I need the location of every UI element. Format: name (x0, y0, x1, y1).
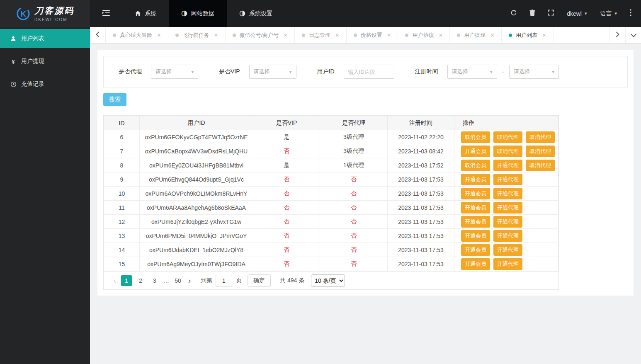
cell-actions: 取消会员取消代理取消代理 (454, 130, 558, 144)
action-button[interactable]: 开通代理 (493, 244, 522, 256)
tab-close-icon[interactable]: × (439, 32, 442, 39)
action-button[interactable]: 开通会员 (461, 174, 490, 185)
sidebar-item-2[interactable]: 充值记录 (0, 75, 90, 94)
sidebar-item-0[interactable]: 用户列表 (0, 29, 90, 48)
cell-actions: 开通会员开通代理 (454, 187, 558, 201)
page-button-1[interactable]: 1 (121, 275, 132, 286)
prev-page-button[interactable]: ‹ (110, 277, 119, 284)
cell-reg-time: 2023-11-03 17:52 (388, 158, 454, 172)
userid-filter-group: 用户ID (317, 65, 394, 79)
action-button[interactable]: 开通代理 (493, 258, 522, 270)
next-page-button[interactable]: › (185, 277, 194, 284)
action-button[interactable]: 开通代理 (493, 230, 522, 242)
action-button[interactable]: 开通代理 (493, 174, 522, 185)
pagination: ‹ 123…50 › 到第 页 确定 共 494 条 10 条/页 (104, 271, 558, 289)
tab-close-icon[interactable]: × (214, 32, 218, 39)
action-button[interactable]: 开通代理 (493, 216, 522, 228)
action-button[interactable]: 取消代理 (493, 146, 522, 157)
action-button[interactable]: 取消代理 (526, 131, 555, 143)
tab-2[interactable]: 微信公号/商户号× (226, 27, 295, 43)
action-button[interactable]: 开通会员 (461, 146, 490, 157)
cell-vip: 否 (253, 229, 320, 243)
agent-filter-select[interactable]: 请选择 ▾ (151, 65, 198, 79)
page-unit-label: 页 (236, 277, 242, 284)
cell-id: 9 (104, 172, 140, 187)
cell-actions: 开通会员开通代理 (454, 172, 558, 187)
regtime-end-select[interactable]: 请选择 ▾ (509, 65, 559, 79)
tab-0[interactable]: 真心话大冒险× (106, 27, 168, 43)
tab-label: 飞行棋任务 (182, 32, 209, 39)
topbar-actions: dkewl ▾ 语言 ▾ (504, 0, 641, 27)
action-button[interactable]: 开通代理 (493, 202, 522, 214)
topnav-item-0[interactable]: 系统 (122, 0, 169, 27)
tab-6[interactable]: 用户提现× (450, 27, 502, 43)
page-button-50[interactable]: 50 (172, 275, 183, 286)
action-button[interactable]: 开通会员 (461, 230, 490, 242)
more-options-button[interactable] (624, 0, 638, 27)
goto-confirm-button[interactable]: 确定 (248, 274, 271, 287)
userid-filter-input[interactable] (344, 65, 394, 79)
regtime-filter-group: 注册时间 请选择 ▾ - 请选择 ▾ (415, 65, 559, 79)
tab-4[interactable]: 价格设置× (347, 27, 398, 43)
action-button[interactable]: 开通代理 (493, 160, 522, 171)
page-button-3[interactable]: 3 (149, 275, 160, 286)
action-button[interactable]: 开通会员 (461, 258, 490, 270)
action-button[interactable]: 开通会员 (461, 244, 490, 256)
tab-close-icon[interactable]: × (387, 32, 391, 39)
menu-toggle-button[interactable] (90, 0, 122, 27)
regtime-start-select[interactable]: 请选择 ▾ (447, 65, 497, 79)
cell-actions: 开通会员开通代理 (454, 229, 558, 243)
action-button[interactable]: 取消会员 (461, 131, 490, 143)
cell-id: 14 (104, 243, 140, 257)
tab-close-icon[interactable]: × (542, 32, 546, 39)
action-button[interactable]: 取消会员 (461, 160, 490, 171)
tab-close-icon[interactable]: × (335, 32, 339, 39)
tab-1[interactable]: 飞行棋任务× (168, 27, 226, 43)
tab-7[interactable]: 用户列表× (502, 27, 554, 43)
action-button[interactable]: 取消代理 (493, 131, 522, 143)
clear-cache-button[interactable] (523, 0, 541, 27)
tab-close-icon[interactable]: × (490, 32, 494, 39)
refresh-button[interactable] (504, 0, 523, 27)
tab-list: 真心话大冒险×飞行棋任务×微信公号/商户号×日志管理×价格设置×用户协议×用户提… (106, 27, 609, 43)
topbar: K 刀客源码 DKEWL.COM 系统网站数据系统设置 d (0, 0, 641, 27)
page-button-2[interactable]: 2 (135, 275, 146, 286)
tabbar: 真心话大冒险×飞行棋任务×微信公号/商户号×日志管理×价格设置×用户协议×用户提… (90, 27, 641, 44)
tab-5[interactable]: 用户协议× (398, 27, 450, 43)
tab-dot-icon (175, 34, 179, 37)
language-menu[interactable]: 语言 ▾ (593, 0, 624, 27)
sidebar-item-1[interactable]: ¥用户提现 (0, 52, 90, 71)
table-header-row: ID用户ID是否VIP是否代理注册时间操作 (104, 116, 558, 130)
goto-page-input[interactable] (216, 275, 232, 286)
cell-user-id: oxPUm6IJdabKDEI_1ebO2MJzQlY8 (140, 243, 253, 257)
cell-agent: 否 (320, 257, 388, 271)
vip-filter-select[interactable]: 请选择 ▾ (249, 65, 296, 79)
regtime-start-value: 请选择 (452, 68, 468, 75)
cell-user-id: oxPUm6EhvgQ844Od9uptS_Gjq1Vc (140, 172, 253, 187)
tabs-scroll-left-button[interactable] (90, 27, 106, 43)
action-button[interactable]: 开通会员 (461, 202, 490, 214)
tab-3[interactable]: 日志管理× (295, 27, 347, 43)
topnav-item-2[interactable]: 系统设置 (227, 0, 285, 27)
range-dash: - (502, 68, 504, 75)
per-page-select[interactable]: 10 条/页 (311, 274, 345, 287)
action-button[interactable]: 开通代理 (493, 188, 522, 199)
action-button[interactable]: 开通会员 (461, 216, 490, 228)
tabs-menu-button[interactable] (625, 27, 641, 43)
user-menu[interactable]: dkewl ▾ (560, 0, 593, 27)
action-button[interactable]: 取消代理 (526, 160, 555, 171)
sidebar-item-label: 充值记录 (21, 80, 44, 88)
action-button[interactable]: 开通会员 (461, 188, 490, 199)
tab-close-icon[interactable]: × (157, 32, 161, 39)
tab-close-icon[interactable]: × (284, 32, 287, 39)
search-button[interactable]: 搜索 (103, 93, 126, 106)
fullscreen-button[interactable] (541, 0, 560, 27)
cell-id: 7 (104, 144, 140, 158)
action-button[interactable]: 取消代理 (526, 146, 555, 157)
topnav-item-1[interactable]: 网站数据 (169, 0, 227, 27)
tabs-scroll-right-button[interactable] (609, 27, 625, 43)
cell-vip: 否 (253, 257, 320, 271)
user-table: ID用户ID是否VIP是否代理注册时间操作 6oxPUm6GFOKyvCGpT4… (103, 115, 559, 290)
page-ellipsis: … (163, 277, 169, 284)
cell-reg-time: 2023-11-03 17:53 (388, 229, 454, 243)
